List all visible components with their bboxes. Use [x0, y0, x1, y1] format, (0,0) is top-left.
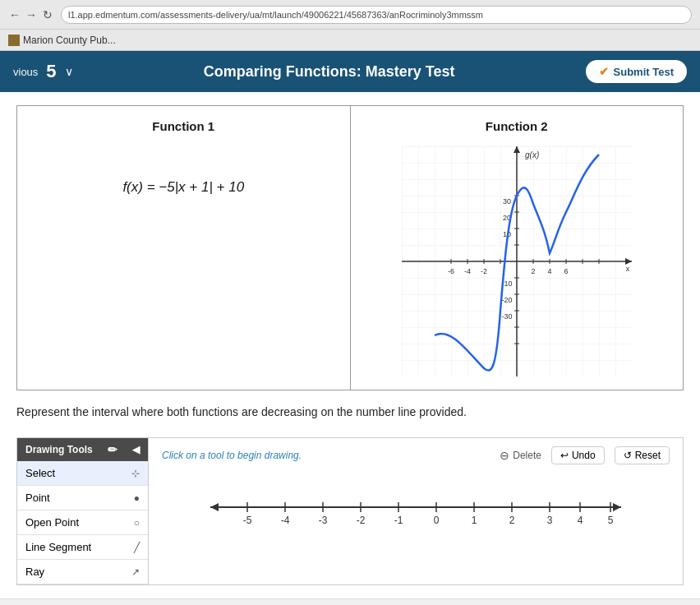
number-line-svg[interactable]: -5 -4 -3 -2 -1 0: [187, 483, 645, 532]
chevron-down-icon[interactable]: ∨: [65, 65, 73, 78]
svg-text:0: 0: [434, 515, 440, 526]
undo-icon: ↩: [560, 450, 569, 461]
point-icon: ●: [134, 492, 140, 504]
tool-open-point-label: Open Point: [25, 516, 79, 529]
tool-line-segment[interactable]: Line Segment ╱: [17, 535, 148, 560]
tool-ray[interactable]: Ray ↗: [17, 560, 148, 584]
svg-text:-5: -5: [243, 515, 252, 526]
prev-label: vious: [13, 66, 38, 78]
drawing-tools-panel: Drawing Tools ✏ ◀ Select ⊹ Point ● Open …: [17, 438, 149, 584]
collapse-icon[interactable]: ◀: [132, 444, 140, 455]
select-icon: ⊹: [131, 468, 140, 479]
svg-text:-20: -20: [501, 296, 512, 304]
question-number: 5: [46, 61, 56, 82]
number-line-area: Click on a tool to begin drawing. ⊖ Dele…: [149, 438, 683, 584]
functions-container: Function 1 f(x) = −5|x + 1| + 10 Functio…: [16, 105, 684, 390]
tool-select[interactable]: Select ⊹: [17, 461, 148, 486]
back-icon[interactable]: ←: [8, 8, 21, 21]
svg-text:2: 2: [509, 515, 515, 526]
reset-label: Reset: [635, 450, 661, 461]
open-point-icon: ○: [134, 517, 140, 529]
svg-text:g(x): g(x): [525, 150, 539, 159]
svg-text:4: 4: [547, 267, 551, 275]
delete-option[interactable]: ⊖ Delete: [500, 449, 541, 462]
pencil-icon: ✏: [108, 443, 117, 456]
draw-hint: Click on a tool to begin drawing.: [162, 450, 490, 461]
svg-text:-3: -3: [319, 515, 328, 526]
tool-line-segment-label: Line Segment: [25, 541, 91, 553]
svg-text:-30: -30: [501, 312, 512, 321]
tool-ray-label: Ray: [25, 566, 44, 578]
graph-svg: -6 -4 -2 2 4 6 x 30 20 10 -10 -20 -30 g(…: [402, 146, 632, 376]
drawing-toolbar: Click on a tool to begin drawing. ⊖ Dele…: [162, 446, 670, 464]
tool-point-label: Point: [25, 492, 50, 504]
bookmark-icon: [8, 35, 20, 46]
url-text: l1.app.edmentum.com/assessments-delivery…: [68, 10, 483, 20]
undo-label: Undo: [572, 450, 596, 461]
line-segment-icon: ╱: [134, 542, 140, 553]
function1-formula: f(x) = −5|x + 1| + 10: [122, 179, 244, 196]
svg-text:x: x: [626, 265, 630, 273]
drawing-area: Drawing Tools ✏ ◀ Select ⊹ Point ● Open …: [16, 437, 684, 585]
submit-test-button[interactable]: ✔ Submit Test: [586, 60, 687, 83]
number-line-wrapper: -5 -4 -3 -2 -1 0: [162, 474, 670, 540]
svg-text:4: 4: [578, 515, 583, 526]
graph-container: -6 -4 -2 2 4 6 x 30 20 10 -10 -20 -30 g(…: [402, 146, 632, 376]
svg-text:2: 2: [531, 267, 535, 275]
function2-panel: Function 2: [351, 106, 684, 390]
question-text: Represent the interval where both functi…: [16, 404, 684, 421]
svg-text:6: 6: [564, 267, 568, 275]
tool-point[interactable]: Point ●: [17, 486, 148, 510]
submit-label: Submit Test: [614, 66, 674, 78]
tool-open-point[interactable]: Open Point ○: [17, 510, 148, 535]
page-title: Comparing Functions: Mastery Test: [73, 63, 586, 81]
svg-text:-2: -2: [357, 515, 366, 526]
previous-button[interactable]: vious: [13, 66, 38, 78]
bookmark-label: Marion County Pub...: [23, 35, 116, 46]
nav-icons: ← → ↻: [8, 8, 54, 21]
svg-text:3: 3: [547, 515, 553, 526]
main-content: Function 1 f(x) = −5|x + 1| + 10 Functio…: [0, 92, 700, 598]
url-bar[interactable]: l1.app.edmentum.com/assessments-delivery…: [61, 6, 692, 24]
function2-title: Function 2: [486, 119, 548, 133]
svg-text:5: 5: [608, 515, 614, 526]
ray-icon: ↗: [131, 566, 140, 578]
drawing-tools-header: Drawing Tools ✏ ◀: [17, 438, 148, 461]
bookmark-item[interactable]: Marion County Pub...: [8, 35, 116, 46]
svg-text:1: 1: [472, 515, 477, 526]
forward-icon[interactable]: →: [25, 8, 38, 21]
submit-icon: ✔: [599, 65, 609, 78]
svg-text:-2: -2: [481, 267, 487, 275]
function1-title: Function 1: [152, 119, 214, 133]
browser-bar: ← → ↻ l1.app.edmentum.com/assessments-de…: [0, 0, 700, 30]
svg-text:-1: -1: [394, 515, 403, 526]
undo-button[interactable]: ↩ Undo: [551, 446, 605, 464]
drawing-tools-label: Drawing Tools: [25, 444, 93, 455]
reset-icon: ↺: [624, 450, 632, 461]
function1-panel: Function 1 f(x) = −5|x + 1| + 10: [17, 106, 351, 390]
header-left: vious 5 ∨: [13, 61, 73, 82]
app-header: vious 5 ∨ Comparing Functions: Mastery T…: [0, 51, 700, 92]
svg-text:-4: -4: [464, 267, 471, 275]
svg-text:-4: -4: [281, 515, 290, 526]
svg-text:30: 30: [503, 197, 511, 206]
reset-button[interactable]: ↺ Reset: [615, 446, 670, 464]
refresh-icon[interactable]: ↻: [41, 8, 54, 21]
delete-circle-icon: ⊖: [500, 449, 509, 462]
delete-label: Delete: [513, 450, 541, 461]
tool-select-label: Select: [25, 467, 55, 479]
svg-text:-6: -6: [448, 267, 454, 275]
bookmark-bar: Marion County Pub...: [0, 30, 700, 51]
page-footer: © 2023 Edmentum. All rights reserved.: [0, 598, 700, 605]
